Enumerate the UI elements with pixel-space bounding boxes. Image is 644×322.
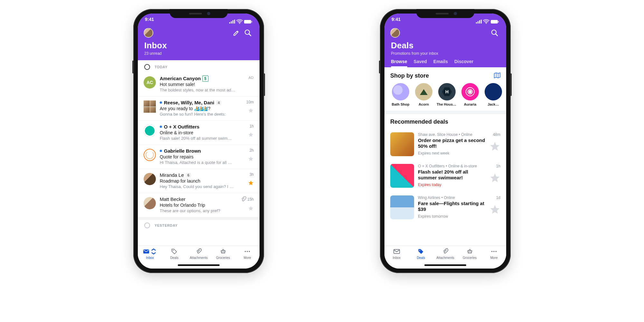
attachment-icon — [195, 248, 202, 255]
message-snippet: Hey Thaisa, Could you send again? I … — [160, 184, 237, 189]
message-subject: Are you ready to 🏄🏄🏄? — [160, 106, 237, 111]
battery-icon — [244, 20, 252, 24]
deal-thumbnail — [390, 195, 414, 219]
compose-button[interactable] — [231, 27, 242, 39]
ad-avatar: AC — [144, 76, 156, 89]
profile-avatar[interactable] — [144, 28, 153, 38]
message-snippet: These are our options, any pref? — [160, 208, 237, 213]
message-time: 1h — [250, 124, 254, 128]
deal-title: Flash sale! 20% off all summer swimwear! — [418, 169, 486, 181]
star-icon[interactable] — [248, 205, 254, 211]
attachment-icon — [442, 248, 449, 255]
message-row[interactable]: Matt Becker Hotels for Orlando Trip Thes… — [138, 193, 260, 217]
tab-browse[interactable]: Browse — [391, 59, 407, 67]
store-name: Acorn — [413, 102, 434, 106]
page-title: Deals — [391, 41, 500, 51]
tab-emails[interactable]: Emails — [433, 59, 448, 67]
ad-snippet: The boldest styles, now at the most adve… — [160, 88, 237, 92]
message-time: 3h — [250, 172, 254, 177]
notch — [416, 9, 474, 18]
nav-inbox[interactable]: Inbox — [138, 246, 162, 269]
map-button[interactable] — [493, 72, 500, 80]
message-snippet: Gonna be so fun!! Here's the deets: — [160, 112, 237, 117]
thread-count: 4 — [216, 100, 221, 105]
bottom-nav: Inbox Deals Attachments Groceries More — [138, 245, 260, 269]
sort-icon — [150, 248, 157, 255]
sender-name: Matt Becker — [160, 196, 185, 202]
dollar-icon — [203, 76, 208, 81]
star-icon[interactable] — [248, 108, 254, 113]
star-icon[interactable] — [248, 132, 254, 137]
store-item[interactable]: Bath Shop — [390, 83, 411, 106]
phone-deals: 9:41 Deals Promotions from your inbox Br… — [380, 9, 511, 273]
section-today: TODAY — [138, 60, 260, 72]
mail-icon — [393, 248, 400, 255]
profile-avatar[interactable] — [390, 28, 400, 38]
nav-inbox[interactable]: Inbox — [384, 246, 409, 269]
unread-dot-icon — [160, 150, 162, 152]
star-icon[interactable] — [248, 180, 254, 186]
inbox-header: 9:41 Inbox 23 unread — [138, 14, 260, 60]
nav-more[interactable]: More — [482, 246, 506, 269]
home-indicator[interactable] — [424, 264, 466, 266]
sender-avatar — [144, 173, 156, 185]
star-icon[interactable] — [248, 156, 254, 162]
phone-inbox: 9:41 Inbox 23 unread TODAY — [133, 9, 264, 273]
shop-by-store-title: Shop by store — [384, 67, 506, 83]
sender-name: Reese, Willy, Me, Dani — [164, 100, 214, 105]
deals-header: 9:41 Deals Promotions from your inbox Br… — [384, 14, 506, 67]
store-logo — [415, 83, 432, 100]
message-row[interactable]: Reese, Willy, Me, Dani 4 Are you ready t… — [138, 97, 260, 121]
select-all-circle[interactable] — [144, 64, 150, 70]
search-button[interactable] — [242, 27, 254, 39]
page-title: Inbox — [144, 41, 253, 51]
nav-more[interactable]: More — [235, 246, 260, 269]
deals-body: Shop by store Bath Shop Acorn HThe Houst… — [384, 67, 506, 245]
page-subtitle: Promotions from your inbox — [391, 51, 500, 56]
deal-row[interactable]: Wing Airlines • Online Fare sale—Flights… — [384, 192, 506, 223]
deals-tabs: Browse Saved Emails Discover — [384, 59, 506, 67]
thread-count: 6 — [186, 173, 191, 177]
store-name: Auraria — [460, 102, 480, 106]
unread-dot-icon — [160, 101, 162, 104]
ad-row[interactable]: AC American Canyon Hot summer sale! The … — [138, 72, 260, 97]
battery-icon — [491, 20, 499, 24]
store-item[interactable]: Auraria — [460, 83, 480, 106]
deal-row[interactable]: O + X Outfitters • Online & in-store Fla… — [384, 160, 506, 192]
status-time: 9:41 — [392, 17, 401, 26]
search-button[interactable] — [489, 27, 500, 39]
deal-time: 1d — [496, 195, 500, 200]
star-icon[interactable] — [489, 204, 500, 214]
store-item[interactable]: Acorn — [413, 83, 434, 106]
store-item[interactable]: HThe Houston — [437, 83, 457, 106]
message-row[interactable]: Miranda Le 6 Roadmap for launch Hey Thai… — [138, 169, 260, 193]
section-label-yesterday: YESTERDAY — [155, 223, 178, 227]
message-row[interactable]: O + X Outfitters Online & in-store Flash… — [138, 121, 260, 145]
message-time: 2h — [250, 148, 254, 153]
deal-row[interactable]: Shaw ave. Slice House • Online Order one… — [384, 128, 506, 160]
home-indicator[interactable] — [178, 264, 220, 266]
store-item[interactable]: Jack… — [483, 83, 504, 106]
tab-discover[interactable]: Discover — [454, 59, 473, 67]
store-name: Jack… — [483, 102, 504, 106]
sender-avatar — [144, 197, 156, 209]
store-list[interactable]: Bath Shop Acorn HThe Houston Auraria Jac… — [384, 83, 506, 111]
sender-name: Miranda Le — [160, 172, 184, 178]
signal-icon — [229, 20, 235, 24]
tab-saved[interactable]: Saved — [414, 59, 427, 67]
message-row[interactable]: Gabrielle Brown Quote for repairs Hi Tha… — [138, 145, 260, 169]
deal-expires: Expires today — [418, 183, 486, 187]
message-subject: Hotels for Orlando Trip — [160, 203, 237, 208]
star-icon[interactable] — [489, 173, 500, 183]
unread-dot-icon — [160, 126, 162, 128]
message-subject: Quote for repairs — [160, 154, 237, 159]
sender-avatar — [144, 100, 156, 113]
message-time: 10m — [246, 100, 254, 104]
star-icon[interactable] — [489, 141, 500, 151]
search-icon — [491, 29, 498, 37]
tag-icon — [417, 248, 424, 255]
recommended-title: Recommended deals — [384, 114, 506, 128]
select-all-circle[interactable] — [144, 223, 150, 228]
divider — [384, 111, 506, 114]
basket-icon — [220, 248, 227, 255]
